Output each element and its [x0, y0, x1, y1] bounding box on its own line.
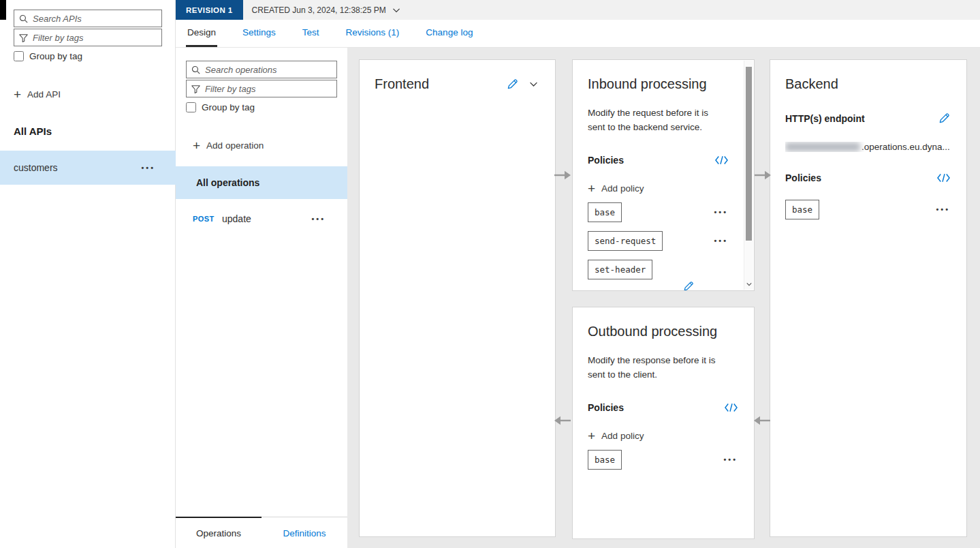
- revision-bar: REVISION 1 CREATED Jun 3, 2024, 12:38:25…: [176, 0, 980, 20]
- all-operations-label: All operations: [196, 177, 259, 188]
- inbound-scrollbar[interactable]: [744, 61, 753, 290]
- frontend-panel: Frontend: [359, 59, 556, 537]
- tab-revisions[interactable]: Revisions (1): [345, 20, 401, 47]
- filter-operations-input[interactable]: [205, 84, 332, 94]
- tab-design[interactable]: Design: [186, 20, 217, 47]
- plus-icon: +: [588, 184, 595, 194]
- filter-apis-field: [14, 29, 162, 46]
- policy-row-send-request: send-request •••: [588, 231, 728, 251]
- more-options-icon[interactable]: •••: [714, 237, 728, 245]
- apim-design-screen: Group by tag + Add API All APIs customer…: [0, 0, 980, 548]
- add-operation-label: Add operation: [206, 140, 264, 151]
- policy-set-header[interactable]: set-header: [588, 260, 652, 279]
- search-operations-input[interactable]: [205, 65, 332, 75]
- endpoint-redacted-text: [785, 142, 860, 151]
- more-options-icon[interactable]: •••: [723, 456, 738, 463]
- edit-pencil-icon[interactable]: [507, 78, 518, 90]
- outbound-add-policy-button[interactable]: + Add policy: [588, 431, 738, 441]
- filter-icon: [19, 33, 28, 42]
- add-api-button[interactable]: + Add API: [14, 89, 61, 100]
- group-by-tag-apis: Group by tag: [14, 51, 82, 61]
- inbound-policies-label: Policies: [588, 155, 624, 166]
- revision-chevron[interactable]: [392, 5, 401, 15]
- tab-settings[interactable]: Settings: [241, 20, 277, 47]
- chevron-down-icon[interactable]: [528, 79, 539, 89]
- add-policy-label: Add policy: [601, 431, 644, 441]
- edit-pencil-icon[interactable]: [683, 281, 694, 291]
- policy-send-request[interactable]: send-request: [588, 231, 663, 251]
- inbound-title: Inbound processing: [588, 76, 707, 92]
- add-operation-button[interactable]: + Add operation: [193, 140, 264, 151]
- api-item-label: customers: [14, 162, 58, 173]
- group-by-tag-operations-label: Group by tag: [202, 102, 255, 112]
- operation-method: POST: [193, 215, 222, 223]
- inbound-add-policy-button[interactable]: + Add policy: [588, 183, 728, 194]
- code-editor-icon[interactable]: [937, 173, 950, 183]
- backend-policies-label: Policies: [785, 172, 821, 183]
- flow-arrow-left-icon: [554, 414, 571, 427]
- more-options-icon[interactable]: •••: [141, 164, 155, 172]
- policy-canvas: Frontend Inbound processing Modify the r…: [347, 48, 980, 548]
- policy-row-set-header: set-header: [588, 260, 728, 279]
- flow-arrow-left-icon: [753, 414, 771, 427]
- filter-icon: [191, 85, 200, 93]
- revision-badge: REVISION 1: [176, 0, 243, 20]
- main-tab-bar: Design Settings Test Revisions (1) Chang…: [176, 20, 980, 48]
- code-editor-icon[interactable]: [715, 155, 728, 165]
- operations-panel: Group by tag + Add operation All operati…: [176, 48, 347, 548]
- scrollbar-thumb[interactable]: [746, 67, 752, 241]
- endpoint-label: HTTP(s) endpoint: [785, 113, 865, 124]
- corner-mark: [0, 0, 6, 20]
- plus-icon: +: [14, 90, 21, 100]
- policy-row-base: base •••: [588, 450, 738, 470]
- add-api-label: Add API: [27, 89, 61, 100]
- frontend-title: Frontend: [375, 76, 429, 92]
- edit-pencil-icon[interactable]: [938, 112, 950, 124]
- group-by-tag-apis-label: Group by tag: [29, 51, 82, 61]
- endpoint-value: .operations.eu.dyna...: [785, 142, 950, 152]
- outbound-processing-panel: Outbound processing Modify the response …: [572, 307, 755, 539]
- group-by-tag-operations-checkbox[interactable]: [186, 102, 196, 112]
- search-icon: [19, 14, 28, 23]
- tab-test[interactable]: Test: [301, 20, 321, 47]
- revision-created-text: CREATED Jun 3, 2024, 12:38:25 PM: [252, 5, 386, 15]
- operations-bottom-tabs: Operations Definitions: [176, 517, 347, 548]
- group-by-tag-operations: Group by tag: [186, 102, 255, 112]
- all-apis-heading: All APIs: [14, 125, 52, 137]
- scroll-down-icon[interactable]: [745, 281, 753, 288]
- search-apis-field: [14, 10, 162, 27]
- tab-change-log[interactable]: Change log: [424, 20, 474, 47]
- outbound-description: Modify the response before it is sent to…: [588, 353, 727, 382]
- flow-arrow-right-icon: [554, 169, 571, 181]
- outbound-title: Outbound processing: [588, 324, 717, 339]
- endpoint-visible-text: .operations.eu.dyna...: [862, 142, 950, 152]
- search-icon: [191, 65, 200, 74]
- outbound-policies-label: Policies: [588, 402, 624, 413]
- flow-arrow-right-icon: [754, 169, 772, 181]
- api-list-item-customers[interactable]: customers •••: [0, 151, 176, 185]
- more-options-icon[interactable]: •••: [936, 206, 950, 213]
- add-policy-label: Add policy: [601, 183, 644, 194]
- policy-base[interactable]: base: [785, 200, 819, 219]
- policy-base[interactable]: base: [588, 450, 622, 470]
- plus-icon: +: [193, 141, 200, 151]
- bottom-tab-operations[interactable]: Operations: [176, 517, 262, 548]
- group-by-tag-apis-checkbox[interactable]: [14, 51, 24, 61]
- code-editor-icon[interactable]: [725, 403, 738, 412]
- backend-panel: Backend HTTP(s) endpoint .operations.eu.…: [770, 59, 967, 537]
- more-options-icon[interactable]: •••: [714, 209, 728, 216]
- search-operations-field: [186, 61, 337, 78]
- policy-base[interactable]: base: [588, 202, 622, 222]
- policy-row-base: base •••: [588, 202, 728, 222]
- operation-row-update[interactable]: POST update •••: [176, 202, 347, 236]
- search-apis-input[interactable]: [33, 14, 157, 24]
- filter-apis-input[interactable]: [33, 33, 157, 43]
- api-sidebar: Group by tag + Add API All APIs customer…: [0, 0, 176, 548]
- inbound-description: Modify the request before it is sent to …: [588, 106, 727, 134]
- inbound-processing-panel: Inbound processing Modify the request be…: [572, 59, 755, 291]
- policy-row-base: base •••: [785, 200, 950, 219]
- more-options-icon[interactable]: •••: [311, 215, 326, 223]
- operation-name: update: [222, 213, 311, 224]
- all-operations-item[interactable]: All operations: [176, 166, 347, 199]
- bottom-tab-definitions[interactable]: Definitions: [262, 517, 347, 548]
